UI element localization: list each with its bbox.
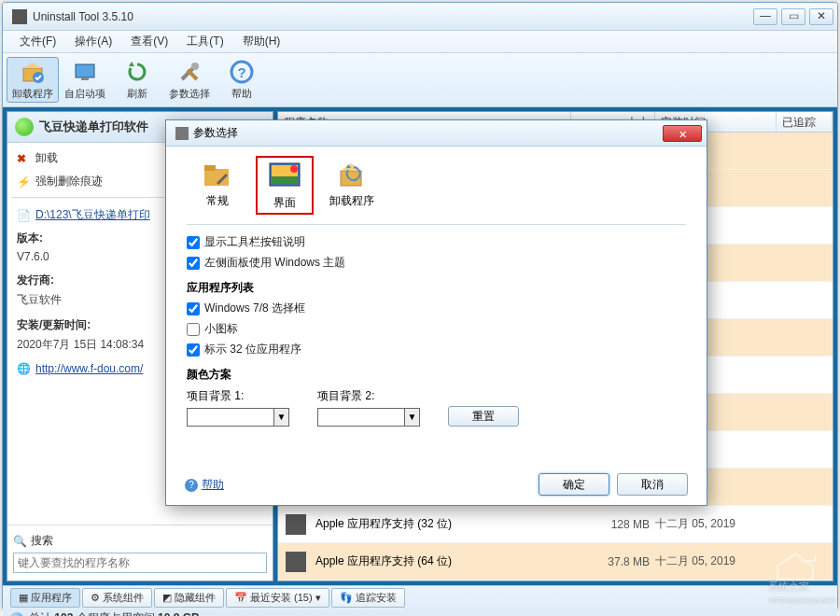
- menubar: 文件(F) 操作(A) 查看(V) 工具(T) 帮助(H): [3, 31, 837, 53]
- section-colors: 颜色方案: [187, 367, 686, 383]
- box-arrow-icon: [335, 158, 369, 191]
- menu-action[interactable]: 操作(A): [65, 31, 121, 52]
- box-icon: [20, 59, 46, 85]
- svg-text:?: ?: [237, 64, 245, 80]
- svg-marker-1: [23, 63, 42, 68]
- calendar-icon: 📅: [234, 592, 247, 604]
- grid-icon: ▦: [19, 592, 28, 604]
- toolbar-startup[interactable]: 自启动项: [59, 57, 111, 103]
- close-button[interactable]: ✕: [809, 8, 833, 25]
- selected-program-name: 飞豆快递单打印软件: [39, 119, 148, 135]
- chevron-down-icon: ▼: [404, 409, 419, 426]
- svg-point-6: [191, 63, 199, 70]
- tab-hidden[interactable]: ◩隐藏组件: [154, 588, 224, 608]
- toolbar-prefs[interactable]: 参数选择: [163, 57, 216, 103]
- chevron-down-icon: ▼: [273, 409, 288, 426]
- tab-system[interactable]: ⚙系统组件: [82, 588, 152, 608]
- minimize-button[interactable]: —: [753, 8, 777, 25]
- tab-apps[interactable]: ▦应用程序: [10, 588, 80, 608]
- section-applist: 应用程序列表: [187, 280, 686, 296]
- dialog-close-button[interactable]: ✕: [663, 125, 702, 142]
- broom-icon: ⚡: [17, 175, 30, 189]
- menu-view[interactable]: 查看(V): [121, 31, 177, 52]
- app-icon: [12, 9, 27, 24]
- dialog-title: 参数选择: [193, 125, 663, 141]
- toolbar-uninstall[interactable]: 卸载程序: [7, 57, 59, 103]
- prefs-tab-general[interactable]: 常规: [189, 156, 246, 215]
- menu-help[interactable]: 帮助(H): [233, 31, 290, 52]
- ok-button[interactable]: 确定: [539, 473, 609, 496]
- chk-selection-frame[interactable]: Windows 7/8 选择框: [187, 301, 686, 316]
- watermark: 系统之家YITONGZHIJIA.NET: [768, 548, 836, 610]
- main-titlebar: Uninstall Tool 3.5.10 — ▭ ✕: [3, 3, 837, 31]
- search-label: 搜索: [31, 533, 53, 549]
- svg-marker-18: [777, 553, 813, 580]
- display-icon: [268, 160, 301, 193]
- prefs-dialog: 参数选择 ✕ 常规 界面 卸载程序 显示工具栏按钮说明 左侧面板使用 Windo…: [165, 119, 707, 506]
- tab-recent[interactable]: 📅最近安装 (15)▾: [226, 588, 329, 608]
- cancel-button[interactable]: 取消: [617, 473, 688, 496]
- track-icon: 👣: [340, 592, 353, 604]
- col-track[interactable]: 已追踪: [777, 112, 833, 132]
- chevron-down-icon: ▾: [315, 592, 321, 604]
- hidden-icon: ◩: [162, 592, 172, 604]
- folder-tools-icon: [201, 158, 234, 191]
- chk-leftpanel-theme[interactable]: 左侧面板使用 Windows 主题: [187, 255, 686, 271]
- chk-toolbar-hints[interactable]: 显示工具栏按钮说明: [187, 234, 686, 250]
- toolbar: 卸载程序 自启动项 刷新 参数选择 ? 帮助: [3, 53, 837, 107]
- app-icon: [286, 552, 306, 572]
- tools-icon: [176, 59, 203, 85]
- svg-rect-10: [204, 165, 216, 171]
- svg-point-14: [290, 165, 298, 173]
- svg-marker-5: [129, 62, 134, 66]
- svg-rect-13: [272, 176, 298, 184]
- svg-rect-3: [76, 64, 94, 77]
- menu-tools[interactable]: 工具(T): [177, 31, 232, 52]
- table-row[interactable]: Apple 应用程序支持 (64 位)37.8 MB十二月 05, 2019: [278, 543, 833, 581]
- prefs-tab-interface[interactable]: 界面: [256, 156, 314, 215]
- gear-icon: ⚙: [91, 592, 100, 604]
- table-row[interactable]: Apple 应用程序支持 (32 位)128 MB十二月 05, 2019: [278, 506, 833, 543]
- globe-icon: 🌐: [17, 362, 30, 375]
- app-ball-icon: [15, 118, 34, 136]
- window-title: Uninstall Tool 3.5.10: [33, 10, 753, 23]
- disk-icon: [10, 612, 23, 617]
- bg2-label: 项目背景 2:: [317, 388, 420, 404]
- dialog-help-link[interactable]: ?帮助: [185, 477, 224, 493]
- chk-small-icons[interactable]: 小图标: [187, 321, 686, 337]
- app-icon: [286, 514, 306, 535]
- reset-button[interactable]: 重置: [448, 406, 519, 427]
- maximize-button[interactable]: ▭: [781, 8, 805, 25]
- search-input[interactable]: [13, 553, 267, 573]
- search-icon: 🔍: [13, 535, 27, 548]
- prefs-tab-uninstall[interactable]: 卸载程序: [323, 156, 381, 215]
- x-icon: ✖: [17, 152, 30, 165]
- bg1-picker[interactable]: ▼: [187, 408, 289, 427]
- chk-mark-32bit[interactable]: 标示 32 位应用程序: [187, 342, 686, 357]
- svg-rect-4: [81, 77, 89, 80]
- bg1-label: 项目背景 1:: [187, 388, 289, 404]
- refresh-icon: [124, 59, 150, 85]
- status-text: 总计 103 个程序占用空间 10.8 GB: [29, 610, 200, 616]
- menu-file[interactable]: 文件(F): [10, 31, 65, 52]
- toolbar-refresh[interactable]: 刷新: [111, 57, 163, 103]
- bg2-picker[interactable]: ▼: [317, 408, 420, 427]
- folder-icon: 📄: [17, 209, 30, 222]
- toolbar-help[interactable]: ? 帮助: [216, 57, 268, 103]
- monitor-icon: [72, 59, 98, 85]
- prefs-icon: [175, 127, 189, 140]
- tab-track[interactable]: 👣追踪安装: [331, 588, 405, 608]
- help-icon: ?: [229, 59, 255, 85]
